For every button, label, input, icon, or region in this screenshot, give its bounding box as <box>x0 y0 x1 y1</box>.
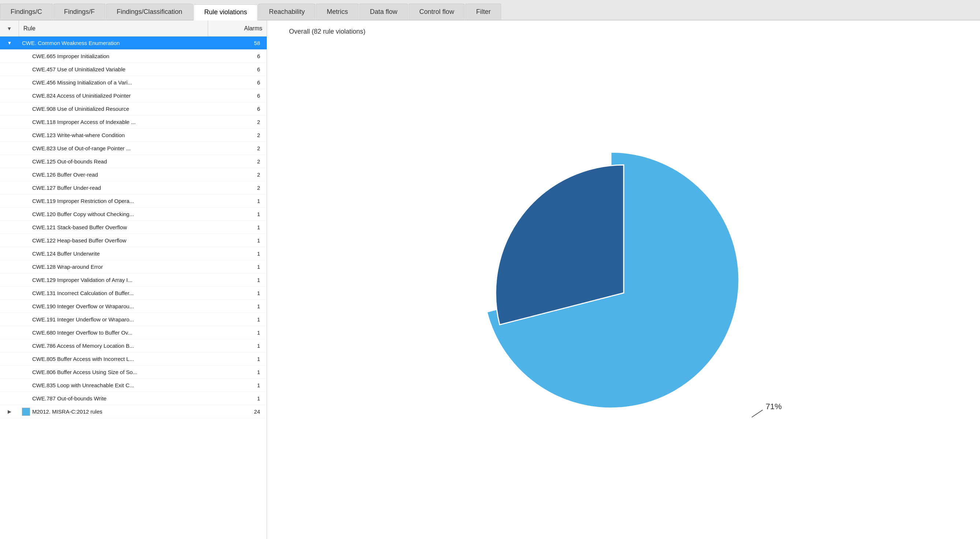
expand-cell[interactable] <box>0 208 19 221</box>
table-row[interactable]: CWE.127 Buffer Under-read2 <box>0 181 267 194</box>
expand-cell[interactable] <box>0 392 19 405</box>
table-row[interactable]: CWE.805 Buffer Access with Incorrect L..… <box>0 353 267 366</box>
table-row[interactable]: CWE.129 Improper Validation of Array I..… <box>0 273 267 287</box>
table-row[interactable]: ▼CWE. Common Weakness Enumeration58 <box>0 37 267 50</box>
app-container: Findings/CFindings/FFindings/Classificat… <box>0 0 980 539</box>
expand-cell[interactable] <box>0 194 19 207</box>
table-row[interactable]: CWE.125 Out-of-bounds Read2 <box>0 155 267 168</box>
rule-text: CWE.123 Write-what-where Condition <box>32 132 125 138</box>
expand-cell[interactable] <box>0 181 19 194</box>
expand-cell[interactable] <box>0 129 19 142</box>
table-row[interactable]: CWE.118 Improper Access of Indexable ...… <box>0 116 267 129</box>
table-row[interactable]: CWE.120 Buffer Copy without Checking...1 <box>0 208 267 221</box>
rule-cell: CWE.129 Improper Validation of Array I..… <box>19 277 208 283</box>
expand-cell[interactable]: ▼ <box>0 37 19 49</box>
table-row[interactable]: CWE.908 Use of Uninitialized Resource6 <box>0 102 267 116</box>
alarms-cell: 6 <box>208 92 267 99</box>
expand-cell[interactable] <box>0 221 19 234</box>
alarms-cell: 2 <box>208 145 267 151</box>
tab-findings-c[interactable]: Findings/C <box>0 4 52 20</box>
alarms-cell: 1 <box>208 316 267 323</box>
expand-cell[interactable] <box>0 89 19 102</box>
expand-cell[interactable] <box>0 300 19 313</box>
tab-reachability[interactable]: Reachability <box>258 4 315 20</box>
table-row[interactable]: CWE.680 Integer Overflow to Buffer Ov...… <box>0 326 267 339</box>
alarms-cell: 58 <box>208 40 267 46</box>
rule-cell: CWE.121 Stack-based Buffer Overflow <box>19 224 208 231</box>
rule-text: CWE.665 Improper Initialization <box>32 53 110 59</box>
expand-cell[interactable] <box>0 379 19 392</box>
rule-text: CWE.119 Improper Restriction of Opera... <box>32 198 134 204</box>
expand-cell[interactable] <box>0 273 19 286</box>
table-row[interactable]: CWE.456 Missing Initialization of a Vari… <box>0 76 267 89</box>
chart-area: 71% <box>267 46 980 539</box>
tab-rule-violations[interactable]: Rule violations <box>194 5 258 21</box>
tab-metrics[interactable]: Metrics <box>316 4 358 20</box>
expand-cell[interactable] <box>0 102 19 115</box>
tab-filter[interactable]: Filter <box>465 4 501 20</box>
table-row[interactable]: CWE.786 Access of Memory Location B...1 <box>0 339 267 353</box>
tab-control-flow[interactable]: Control flow <box>409 4 465 20</box>
rule-cell: CWE.806 Buffer Access Using Size of So..… <box>19 369 208 375</box>
table-row[interactable]: CWE.824 Access of Uninitialized Pointer6 <box>0 89 267 102</box>
expand-cell[interactable] <box>0 50 19 62</box>
table-row[interactable]: CWE.123 Write-what-where Condition2 <box>0 129 267 142</box>
table-row[interactable]: CWE.124 Buffer Underwrite1 <box>0 247 267 260</box>
table-body[interactable]: ▼CWE. Common Weakness Enumeration58CWE.6… <box>0 37 267 539</box>
table-row[interactable]: CWE.665 Improper Initialization6 <box>0 50 267 63</box>
expand-cell[interactable] <box>0 142 19 155</box>
sort-column-header[interactable]: ▼ <box>0 21 19 36</box>
rule-cell: CWE.118 Improper Access of Indexable ... <box>19 119 208 125</box>
rule-cell: CWE.122 Heap-based Buffer Overflow <box>19 237 208 243</box>
expand-cell[interactable] <box>0 63 19 76</box>
tab-data-flow[interactable]: Data flow <box>359 4 408 20</box>
table-row[interactable]: CWE.119 Improper Restriction of Opera...… <box>0 194 267 208</box>
expand-cell[interactable] <box>0 287 19 299</box>
expand-cell[interactable]: ▶ <box>0 405 19 418</box>
expand-cell[interactable] <box>0 339 19 352</box>
rule-text: CWE.126 Buffer Over-read <box>32 172 98 178</box>
expand-cell[interactable] <box>0 168 19 181</box>
tab-findings-f[interactable]: Findings/F <box>53 4 105 20</box>
expand-cell[interactable] <box>0 116 19 128</box>
expand-cell[interactable] <box>0 260 19 273</box>
expand-cell[interactable] <box>0 326 19 339</box>
rule-text: CWE.680 Integer Overflow to Buffer Ov... <box>32 329 132 336</box>
expand-cell[interactable] <box>0 353 19 365</box>
table-row[interactable]: CWE.191 Integer Underflow or Wraparo...1 <box>0 313 267 326</box>
table-row[interactable]: ▶M2012. MISRA-C:2012 rules24 <box>0 405 267 418</box>
table-row[interactable]: CWE.122 Heap-based Buffer Overflow1 <box>0 234 267 247</box>
table-row[interactable]: CWE.835 Loop with Unreachable Exit C...1 <box>0 379 267 392</box>
expand-arrow-icon: ▼ <box>7 40 12 46</box>
expand-cell[interactable] <box>0 234 19 247</box>
table-row[interactable]: CWE.823 Use of Out-of-range Pointer ...2 <box>0 142 267 155</box>
chart-title: Overall (82 rule violations) <box>289 28 366 35</box>
table-row[interactable]: CWE.190 Integer Overflow or Wraparou...1 <box>0 300 267 313</box>
left-panel: ▼ Rule Alarms ▼CWE. Common Weakness Enum… <box>0 21 267 539</box>
expand-cell[interactable] <box>0 247 19 260</box>
rule-cell: CWE.824 Access of Uninitialized Pointer <box>19 92 208 99</box>
alarms-cell: 1 <box>208 369 267 375</box>
table-row[interactable]: CWE.787 Out-of-bounds Write1 <box>0 392 267 405</box>
alarms-cell: 2 <box>208 158 267 165</box>
alarms-cell: 1 <box>208 356 267 362</box>
expand-cell[interactable] <box>0 76 19 89</box>
rule-text: CWE.457 Use of Uninitialized Variable <box>32 66 126 72</box>
table-row[interactable]: CWE.457 Use of Uninitialized Variable6 <box>0 63 267 76</box>
table-row[interactable]: CWE.128 Wrap-around Error1 <box>0 260 267 273</box>
expand-cell[interactable] <box>0 155 19 168</box>
tab-findings-classification[interactable]: Findings/Classification <box>106 4 193 20</box>
expand-cell[interactable] <box>0 313 19 326</box>
chart-label-line <box>752 410 763 417</box>
table-row[interactable]: CWE.806 Buffer Access Using Size of So..… <box>0 366 267 379</box>
rule-text: CWE.786 Access of Memory Location B... <box>32 343 134 349</box>
alarms-cell: 2 <box>208 132 267 138</box>
alarms-cell: 1 <box>208 264 267 270</box>
expand-arrow-icon: ▶ <box>8 409 11 414</box>
table-row[interactable]: CWE.126 Buffer Over-read2 <box>0 168 267 181</box>
expand-cell[interactable] <box>0 366 19 378</box>
table-row[interactable]: CWE.131 Incorrect Calculation of Buffer.… <box>0 287 267 300</box>
rule-text: CWE.787 Out-of-bounds Write <box>32 395 107 402</box>
rule-cell: CWE.787 Out-of-bounds Write <box>19 395 208 402</box>
table-row[interactable]: CWE.121 Stack-based Buffer Overflow1 <box>0 221 267 234</box>
